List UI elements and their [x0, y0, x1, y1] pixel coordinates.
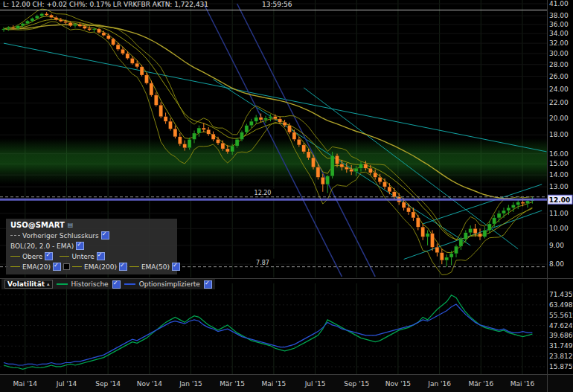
- ema200-checkbox[interactable]: [119, 263, 127, 271]
- svg-text:Jul '15: Jul '15: [304, 380, 326, 388]
- symbol-chart-icon[interactable]: ▤: [68, 222, 74, 228]
- ema200-label: EMA(200): [84, 263, 117, 271]
- svg-text:39.686%: 39.686%: [549, 332, 573, 339]
- svg-text:9.00: 9.00: [549, 242, 564, 249]
- historical-checkbox[interactable]: [112, 280, 121, 289]
- svg-text:20.00: 20.00: [549, 115, 569, 122]
- svg-text:Mai '16: Mai '16: [510, 380, 535, 388]
- chart-canvas[interactable]: 12.207.8741.0038.0036.0034.0032.0030.002…: [0, 0, 573, 392]
- bollinger-upper-label: Obere: [22, 253, 42, 260]
- prev-close-checkbox[interactable]: [101, 231, 109, 240]
- svg-text:Sep '14: Sep '14: [95, 380, 121, 388]
- svg-text:12.00: 12.00: [549, 196, 570, 204]
- svg-text:14.00: 14.00: [549, 171, 569, 179]
- svg-text:22.00: 22.00: [549, 99, 569, 106]
- svg-text:Mai '15: Mai '15: [262, 380, 286, 388]
- chart-timestamp: 13:59:56: [262, 1, 292, 8]
- svg-text:15.00: 15.00: [549, 160, 569, 167]
- bollinger-checkbox[interactable]: [76, 242, 84, 250]
- svg-text:Sep '15: Sep '15: [344, 380, 369, 388]
- svg-text:13.00: 13.00: [549, 183, 569, 190]
- historical-label: Historische: [71, 280, 109, 288]
- svg-text:32.00: 32.00: [549, 39, 569, 47]
- implied-line-swatch: [124, 283, 135, 285]
- svg-text:38.00: 38.00: [549, 12, 569, 19]
- bollinger-label: BOL(20, 2.0 - EMA): [10, 242, 74, 250]
- svg-text:Nov '14: Nov '14: [137, 380, 163, 388]
- ema20-swatch: [10, 266, 20, 267]
- svg-text:Jul '14: Jul '14: [56, 380, 77, 388]
- svg-text:23.812%: 23.812%: [549, 353, 573, 360]
- prev-close-line-swatch: [10, 235, 20, 236]
- bollinger-lower-label: Untere: [71, 253, 94, 260]
- quote-line: L: 12.00 CH: +0.02 CH%: 0.17% LR VRKFBR …: [3, 1, 208, 8]
- svg-text:Mai '14: Mai '14: [13, 380, 38, 388]
- svg-text:24.00: 24.00: [549, 86, 569, 93]
- svg-text:Mär '16: Mär '16: [468, 380, 493, 388]
- volatility-title-chip[interactable]: Volatilität ▴: [4, 280, 53, 289]
- ema20-label: EMA(20): [22, 263, 51, 271]
- svg-text:36.00: 36.00: [549, 21, 569, 28]
- svg-text:10.00: 10.00: [549, 225, 569, 232]
- bollinger-upper-checkbox[interactable]: [45, 252, 53, 260]
- svg-text:8.00: 8.00: [549, 260, 564, 268]
- svg-text:30.00: 30.00: [549, 50, 569, 57]
- svg-text:7.87: 7.87: [256, 260, 269, 266]
- historical-line-swatch: [57, 283, 68, 285]
- ema50-checkbox[interactable]: [172, 263, 180, 271]
- ema20-checkbox[interactable]: [53, 263, 61, 271]
- prev-close-label: Vorheriger Schlusskurs: [22, 232, 99, 240]
- bollinger-lower-checkbox[interactable]: [97, 252, 105, 260]
- implied-checkbox[interactable]: [204, 280, 212, 289]
- svg-text:Jan '16: Jan '16: [427, 380, 451, 388]
- ema50-label: EMA(50): [141, 263, 170, 271]
- svg-text:16.00: 16.00: [549, 150, 569, 158]
- svg-text:Nov '15: Nov '15: [385, 380, 411, 388]
- svg-text:Jan '15: Jan '15: [179, 380, 202, 388]
- svg-text:34.00: 34.00: [549, 30, 569, 37]
- svg-text:12.20: 12.20: [255, 190, 272, 196]
- svg-text:63.498%: 63.498%: [549, 301, 573, 309]
- quote-info-bar: L: 12.00 CH: +0.02 CH%: 0.17% LR VRKFBR …: [3, 1, 208, 8]
- volatility-title: Volatilität: [7, 280, 45, 288]
- svg-text:71.435%: 71.435%: [549, 291, 573, 298]
- ema50-swatch: [129, 266, 139, 267]
- trading-chart-window: 12.207.8741.0038.0036.0034.0032.0030.002…: [0, 0, 573, 392]
- svg-text:28.00: 28.00: [549, 61, 569, 68]
- ema-color-box[interactable]: [63, 263, 70, 270]
- svg-text:Mär '15: Mär '15: [220, 380, 245, 388]
- svg-text:41.00: 41.00: [549, 0, 569, 7]
- collapse-arrow-icon[interactable]: ▴: [47, 281, 50, 287]
- svg-text:55.561%: 55.561%: [549, 312, 573, 319]
- bollinger-lower-swatch: [60, 256, 69, 257]
- implied-label: Optionsimplizierte: [139, 280, 200, 288]
- volatility-panel-header: Volatilität ▴ Historische Optionsimplizi…: [1, 279, 215, 289]
- svg-text:18.00: 18.00: [549, 131, 569, 138]
- svg-text:11.00: 11.00: [549, 210, 569, 217]
- svg-text:31.749%: 31.749%: [549, 342, 573, 350]
- svg-text:15.875%: 15.875%: [549, 363, 573, 370]
- svg-text:26.00: 26.00: [549, 73, 569, 80]
- chart-legend: USO@SMART ▤ Vorheriger Schlusskurs BOL(2…: [6, 219, 177, 274]
- bollinger-upper-swatch: [10, 256, 20, 257]
- price-zone-band: [0, 138, 547, 184]
- symbol-name: USO@SMART: [10, 221, 65, 229]
- ema200-swatch: [72, 266, 82, 267]
- svg-text:47.624%: 47.624%: [549, 322, 573, 330]
